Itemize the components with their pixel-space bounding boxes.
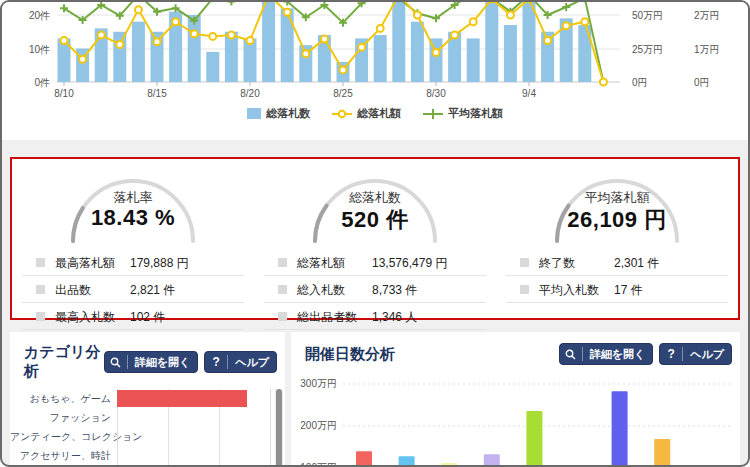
duration-days-analysis-panel: 開催日数分析 詳細を開く ? ヘルプ 300万円200万円100万円 [291,332,740,465]
stat-label: 平均入札数 [539,282,599,299]
bottom-row: カテゴリ分析 詳細を開く ? ヘルプ おもちゃ、ゲーム [10,332,740,465]
category-label: アンティーク、コレクション [10,430,117,444]
gauge-value: 26,109 円 [542,205,692,235]
daily-trend-panel: 8/108/158/208/258/309/40件10件20件0円25万円50万… [2,2,748,140]
stat-label: 終了数 [539,255,575,272]
stat-value: 2,301 件 [614,255,659,272]
stat-column-1: 最高落札額179,888 円 出品数2,821 件 最高入札数102 件 [12,249,254,330]
scrollbar-thumb[interactable] [276,389,282,465]
open-detail-button[interactable]: 詳細を開く [559,343,654,365]
category-bar[interactable] [117,390,247,407]
svg-text:0円: 0円 [694,77,710,88]
panel-title: 開催日数分析 [305,345,395,364]
svg-text:20件: 20件 [29,10,50,21]
stat-row: 終了数2,301 件 [506,249,728,276]
category-label: ファッション [10,411,117,425]
svg-text:1万円: 1万円 [694,44,720,55]
question-icon: ? [660,347,683,361]
help-button[interactable]: ? ヘルプ [204,351,277,373]
scrollbar-track[interactable] [275,389,283,465]
category-row: アクセサリー、時計 [10,446,285,465]
svg-text:300万円: 300万円 [300,378,337,389]
stat-label: 総落札額 [297,255,345,272]
stat-row: 総入札数8,733 件 [264,276,486,303]
svg-text:8/20: 8/20 [240,88,260,99]
bullet-square-icon [36,285,45,294]
stat-value: 2,821 件 [130,282,175,299]
stat-label: 最高入札数 [55,309,115,326]
auction-dashboard-window: 8/108/158/208/258/309/40件10件20件0円25万円50万… [0,0,750,467]
bullet-square-icon [36,258,45,267]
category-label: アクセサリー、時計 [10,449,117,463]
open-detail-button[interactable]: 詳細を開く [104,351,199,373]
category-bar-chart[interactable]: おもちゃ、ゲーム ファッション アンティーク、コレクション アクセサリー、時計 … [10,389,285,465]
gauge-win-rate: 落札率 18.43 % [12,165,254,245]
magnifier-icon [105,355,128,369]
category-row: おもちゃ、ゲーム [10,389,285,408]
bullet-square-icon [278,258,287,267]
svg-text:8/15: 8/15 [147,88,167,99]
duration-bar-chart[interactable]: 300万円200万円100万円 [291,371,740,465]
line-circle-swatch-icon [332,108,352,120]
bullet-square-icon [520,285,529,294]
bullet-square-icon [278,285,287,294]
svg-text:10件: 10件 [29,44,50,55]
category-row: アンティーク、コレクション [10,427,285,446]
stat-value: 179,888 円 [130,255,189,272]
stat-label: 最高落札額 [55,255,115,272]
svg-text:8/25: 8/25 [333,88,353,99]
legend-item-total-count[interactable]: 総落札数 [247,106,310,121]
chart-legend: 総落札数 総落札額 平均落札額 [2,106,748,121]
svg-text:25万円: 25万円 [632,44,663,55]
gauges-row: 落札率 18.43 % 総落札数 520 件 平均落札額 26,109 円 [12,165,738,245]
svg-text:0件: 0件 [34,77,50,88]
svg-text:2万円: 2万円 [694,10,720,21]
category-row: ファッション [10,408,285,427]
stat-value: 8,733 件 [372,282,417,299]
stat-value: 17 件 [614,282,643,299]
stat-row: 最高落札額179,888 円 [22,249,244,276]
stat-value: 1,346 人 [372,309,417,326]
stat-row: 総出品者数1,346 人 [264,303,486,330]
summary-section: 落札率 18.43 % 総落札数 520 件 平均落札額 26,109 円 [10,157,740,320]
legend-label: 総落札数 [266,106,310,121]
svg-text:8/30: 8/30 [426,88,446,99]
stat-row: 平均入札数17 件 [506,276,728,303]
gauge-average-amount: 平均落札額 26,109 円 [496,165,738,245]
legend-label: 総落札額 [357,106,401,121]
panel-title: カテゴリ分析 [24,343,104,381]
stat-value: 102 件 [130,309,165,326]
stat-row: 出品数2,821 件 [22,276,244,303]
stat-label: 総出品者数 [297,309,357,326]
question-icon: ? [205,355,228,369]
svg-text:9/4: 9/4 [522,88,536,99]
stat-label: 出品数 [55,282,91,299]
stat-column-2: 総落札額13,576,479 円 総入札数8,733 件 総出品者数1,346 … [254,249,496,330]
stat-label: 総入札数 [297,282,345,299]
category-analysis-panel: カテゴリ分析 詳細を開く ? ヘルプ おもちゃ、ゲーム [10,332,285,465]
stat-column-3: 終了数2,301 件 平均入札数17 件 [496,249,738,330]
stat-value: 13,576,479 円 [372,255,447,272]
stats-row: 最高落札額179,888 円 出品数2,821 件 最高入札数102 件 総落札… [12,249,738,330]
bullet-square-icon [278,312,287,321]
gauge-total-count: 総落札数 520 件 [254,165,496,245]
svg-text:200万円: 200万円 [300,420,337,431]
svg-text:8/10: 8/10 [54,88,74,99]
bullet-square-icon [36,312,45,321]
svg-text:100万円: 100万円 [300,462,337,465]
legend-label: 平均落札額 [448,106,503,121]
stat-row: 総落札額13,576,479 円 [264,249,486,276]
legend-item-average-amount[interactable]: 平均落札額 [423,106,503,121]
legend-item-total-amount[interactable]: 総落札額 [332,106,401,121]
daily-combo-chart[interactable]: 8/108/158/208/258/309/40件10件20件0円25万円50万… [2,2,750,102]
bar-swatch-icon [247,108,261,119]
bullet-square-icon [520,258,529,267]
help-button[interactable]: ? ヘルプ [659,343,732,365]
magnifier-icon [560,347,583,361]
stat-row: 最高入札数102 件 [22,303,244,330]
gauge-value: 18.43 % [58,205,208,231]
svg-text:0円: 0円 [632,77,648,88]
category-label: おもちゃ、ゲーム [10,392,117,406]
line-plus-swatch-icon [423,108,443,120]
gauge-value: 520 件 [300,205,450,235]
